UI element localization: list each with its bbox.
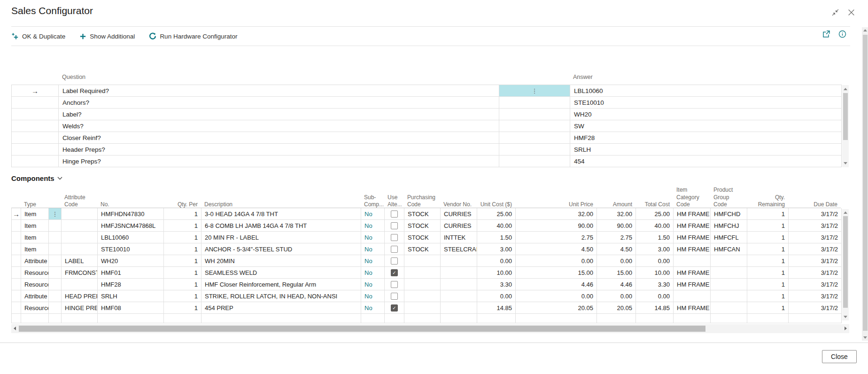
unit-cost-cell[interactable]: 0.00 — [477, 255, 516, 266]
item-category-code-cell[interactable] — [674, 290, 711, 302]
attribute-code-cell[interactable] — [62, 208, 98, 219]
unit-price-cell[interactable]: 4.50 — [516, 243, 597, 255]
share-button[interactable] — [822, 30, 831, 38]
unit-cost-cell[interactable] — [477, 314, 516, 323]
qty-remaining-cell[interactable]: 1 — [747, 255, 789, 266]
use-alternative-cell[interactable] — [385, 208, 404, 219]
purchasing-code-cell[interactable] — [404, 255, 441, 266]
use-alternative-cell[interactable] — [385, 314, 404, 323]
question-table-scrollbar[interactable] — [842, 85, 849, 167]
question-cell[interactable]: Label? — [59, 109, 499, 120]
description-cell[interactable]: HMF Closer Reinforcement, Regular Arm — [202, 279, 361, 290]
row-selector-cell[interactable] — [12, 267, 21, 278]
description-cell[interactable] — [202, 314, 361, 323]
no-cell[interactable]: WH20 — [98, 255, 164, 266]
horizontal-scrollbar[interactable] — [11, 324, 849, 333]
type-cell[interactable]: Resource — [21, 302, 49, 313]
scroll-up-arrow[interactable] — [844, 88, 847, 90]
scrollbar-thumb[interactable] — [863, 35, 868, 331]
question-cell[interactable]: Label Required? — [59, 85, 499, 96]
sub-components-cell[interactable]: No — [361, 267, 385, 278]
question-cell[interactable]: Welds? — [59, 120, 499, 132]
qty-per-cell[interactable]: 1 — [164, 220, 202, 231]
row-selector-cell[interactable] — [12, 232, 21, 243]
amount-cell[interactable]: 4.50 — [597, 243, 636, 255]
qty-remaining-cell[interactable] — [747, 314, 789, 323]
unit-cost-cell[interactable]: 3.00 — [477, 243, 516, 255]
due-date-cell[interactable] — [789, 314, 841, 323]
qty-remaining-cell[interactable]: 1 — [747, 290, 789, 302]
description-cell[interactable]: 454 PREP — [202, 302, 361, 313]
row-selector-cell[interactable] — [12, 120, 59, 132]
unit-price-cell[interactable]: 0.00 — [516, 255, 597, 266]
amount-cell[interactable]: 90.00 — [597, 220, 636, 231]
run-hardware-configurator-button[interactable]: Run Hardware Configurator — [149, 32, 237, 40]
type-cell[interactable]: Item — [21, 232, 49, 243]
sub-components-cell[interactable]: No — [361, 232, 385, 243]
use-alternative-checkbox[interactable] — [391, 246, 398, 253]
sub-components-cell[interactable]: No — [361, 208, 385, 219]
no-cell[interactable] — [98, 314, 164, 323]
vendor-no-cell[interactable] — [441, 255, 477, 266]
component-row[interactable]: ItemLBL10060120 MIN FR - LABELNoSTOCKINT… — [12, 232, 841, 243]
scrollbar-thumb[interactable] — [843, 216, 848, 308]
type-cell[interactable]: Attribute — [21, 290, 49, 302]
component-row[interactable] — [12, 314, 841, 323]
attribute-code-cell[interactable] — [62, 232, 98, 243]
item-category-code-cell[interactable]: HM FRAME — [674, 208, 711, 219]
scroll-down-arrow[interactable] — [863, 336, 867, 339]
unit-price-cell[interactable]: 4.46 — [516, 279, 597, 290]
scroll-up-arrow[interactable] — [863, 29, 867, 31]
vendor-no-cell[interactable] — [441, 267, 477, 278]
component-row[interactable]: ItemSTE100101ANCHOR - 5-3/4"-STEEL STUDN… — [12, 243, 841, 255]
type-cell[interactable] — [21, 314, 49, 323]
component-row[interactable]: ItemHMFJSNCM47868L16-8 COMB LH JAMB 14GA… — [12, 220, 841, 232]
due-date-cell[interactable]: 3/17/2 — [789, 267, 841, 278]
product-group-code-cell[interactable]: HMFCHD — [711, 208, 747, 219]
qty-per-cell[interactable]: 1 — [164, 243, 202, 255]
purchasing-code-cell[interactable]: STOCK — [404, 232, 441, 243]
sub-components-cell[interactable]: No — [361, 220, 385, 231]
no-cell[interactable]: STE10010 — [98, 243, 164, 255]
answer-cell[interactable]: STE10010 — [570, 97, 841, 108]
description-cell[interactable]: SEAMLESS WELD — [202, 267, 361, 278]
question-row[interactable]: Header Preps?SRLH — [12, 144, 841, 156]
purchasing-code-cell[interactable]: STOCK — [404, 243, 441, 255]
unit-price-cell[interactable]: 2.75 — [516, 232, 597, 243]
use-alternative-cell[interactable] — [385, 290, 404, 302]
type-cell[interactable]: Resource — [21, 267, 49, 278]
use-alternative-cell[interactable]: ✓ — [385, 302, 404, 313]
question-row[interactable]: Label?WH20 — [12, 109, 841, 120]
row-menu-cell[interactable]: ⋮ — [49, 208, 62, 219]
qty-per-cell[interactable] — [164, 314, 202, 323]
qty-per-cell[interactable]: 1 — [164, 290, 202, 302]
no-cell[interactable]: HMF28 — [98, 279, 164, 290]
use-alternative-checkbox[interactable] — [391, 281, 398, 288]
product-group-code-column-header[interactable]: Product Group Code — [710, 187, 747, 211]
scroll-right-arrow[interactable] — [845, 327, 847, 330]
attribute-code-cell[interactable]: HEAD PREP — [62, 290, 98, 302]
row-menu-cell[interactable] — [49, 314, 62, 323]
row-selector-cell[interactable] — [12, 290, 21, 302]
answer-cell[interactable]: 454 — [570, 156, 841, 167]
use-alternative-cell[interactable] — [385, 220, 404, 231]
row-menu-cell[interactable] — [49, 243, 62, 255]
components-table-scrollbar[interactable] — [842, 209, 849, 320]
use-alternative-cell[interactable] — [385, 232, 404, 243]
scrollbar-thumb[interactable] — [843, 93, 848, 140]
row-menu-cell[interactable] — [49, 232, 62, 243]
unit-cost-cell[interactable]: 40.00 — [477, 220, 516, 231]
qty-remaining-cell[interactable]: 1 — [747, 220, 789, 231]
amount-cell[interactable]: 32.00 — [597, 208, 636, 219]
due-date-cell[interactable]: 3/17/2 — [789, 220, 841, 231]
question-row[interactable]: Closer Reinf?HMF28 — [12, 132, 841, 144]
total-cost-cell[interactable]: 0.00 — [636, 255, 674, 266]
qty-remaining-cell[interactable]: 1 — [747, 267, 789, 278]
purchasing-code-cell[interactable] — [404, 314, 441, 323]
component-row[interactable]: AttributeLABELWH201WH 20MINNo0.000.000.0… — [12, 255, 841, 267]
unit-price-cell[interactable]: 32.00 — [516, 208, 597, 219]
row-menu-cell[interactable] — [49, 255, 62, 266]
sub-components-cell[interactable]: No — [361, 290, 385, 302]
use-alternative-checkbox[interactable] — [391, 234, 398, 241]
answer-cell[interactable]: WH20 — [570, 109, 841, 120]
